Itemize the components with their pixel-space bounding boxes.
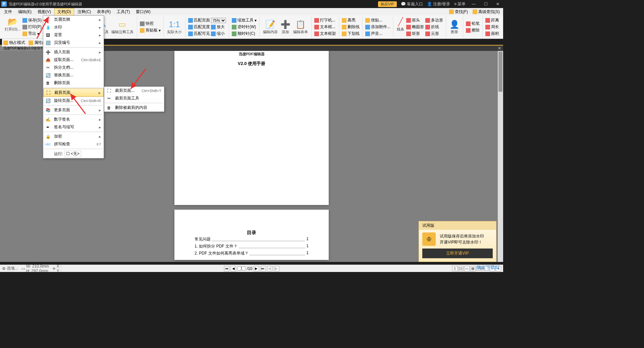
adv-find-icon — [473, 9, 477, 14]
menu-delete-page[interactable]: 🗑删除页面 — [43, 79, 104, 87]
menu-sign-initial[interactable]: ✒签名与缩写▸ — [43, 123, 104, 131]
polygon-button[interactable]: 多边形 — [425, 17, 444, 23]
menu-more-pages[interactable]: 📚更多页面▸ — [43, 106, 104, 114]
zoom-tool-button[interactable]: 缩放工具▾ — [231, 17, 257, 23]
area-button[interactable]: 面积 — [485, 30, 500, 37]
menu-extract-page[interactable]: 📤提取页面...Ctrl+Shift+E — [43, 56, 104, 64]
login-link[interactable]: 👤注册/登录 — [427, 1, 450, 7]
typewriter-button[interactable]: 打字机... — [314, 17, 337, 23]
zoom-select[interactable]: 75% — [211, 18, 226, 23]
menu-link[interactable]: ≡菜单 — [454, 1, 466, 7]
next-page-button[interactable]: ▶ — [254, 266, 259, 271]
ellipse-button[interactable]: 椭圆形 — [406, 24, 425, 30]
menu-tools[interactable]: 工具(T) — [114, 8, 132, 15]
standalone-icon — [3, 41, 8, 45]
menu-split[interactable]: ✂拆分文档... — [43, 64, 104, 71]
annotate-tool-button[interactable]: ▭编辑注释工具 — [110, 20, 135, 34]
lines-button[interactable]: ╱线条 — [395, 17, 406, 37]
menu-encrypt[interactable]: 🔒加密▸ — [43, 133, 104, 140]
maximize-button[interactable]: ☐ — [482, 2, 490, 6]
status-bar: ⚙选项... ▭W: 210.0mmH: 297.0mm ✛X :Y : ⏮ ◀… — [0, 265, 503, 272]
fit-page-button[interactable]: 匹配页面75% — [187, 17, 227, 23]
fit-visible-button[interactable]: 匹配可见 缩小 — [187, 30, 227, 37]
snapshot-button[interactable]: 快照 — [139, 20, 161, 27]
textframe-button[interactable]: 文本框架 — [314, 30, 337, 37]
layout-cont-button[interactable]: ▯▯ — [458, 266, 464, 271]
rotate-ccw-button[interactable]: 顺时针(C) — [231, 30, 257, 37]
edit-form-button[interactable]: 📋编辑表单 — [292, 20, 309, 34]
submenu-crop-page[interactable]: ⛶裁剪页面...Ctrl+Shift+T — [104, 87, 164, 94]
support-link[interactable]: 💬客服入口 — [401, 1, 423, 7]
polyline-button[interactable]: 折线 — [425, 24, 444, 30]
open-button[interactable]: 📂打开(O)... — [3, 17, 22, 37]
stamp-button[interactable]: 👤图章 — [448, 20, 461, 34]
minimize-button[interactable]: — — [470, 2, 478, 6]
strikeout-button[interactable]: 删除线 — [341, 24, 360, 30]
add-button[interactable]: ➕添加 — [279, 20, 292, 34]
tab-close-button[interactable]: ✕ — [496, 46, 503, 51]
options-button[interactable]: ⚙选项... — [2, 266, 18, 271]
clipboard-button[interactable]: 剪贴板▾ — [139, 27, 161, 33]
menu-spellcheck[interactable]: ABC拼写检查F7 — [43, 140, 104, 148]
menu-digital-sign[interactable]: ✍数字签名▸ — [43, 116, 104, 123]
menu-rotate-page[interactable]: 🔃旋转页面...Ctrl+Shift+R — [43, 97, 104, 105]
cloud-button[interactable]: 云形 — [425, 30, 444, 37]
layout-single-button[interactable]: ▯ — [452, 266, 458, 271]
perimeter-button[interactable]: 周长 — [485, 24, 500, 30]
menu-edit[interactable]: 编辑(E) — [15, 8, 34, 15]
menu-replace-page[interactable]: 🔄替换页面... — [43, 71, 104, 79]
open-vip-button[interactable]: 立即开通VIP — [422, 249, 493, 258]
sticky-button[interactable]: 便贴... — [365, 17, 391, 23]
rotate-cw-button[interactable]: 逆时针(W) — [231, 24, 257, 30]
textbox-button[interactable]: 文本框... — [314, 24, 337, 30]
arrow-icon — [406, 18, 411, 23]
buy-vip-button[interactable]: 购买VIP — [378, 1, 397, 7]
menu-header-footer[interactable]: 📄页眉页脚▸ — [43, 16, 104, 23]
menu-insert-page[interactable]: ➕插入页面▸ — [43, 48, 104, 56]
scrollbar-thumb[interactable] — [498, 52, 502, 92]
edit-content-button[interactable]: 📝编辑内容 — [262, 20, 279, 34]
pencil-button[interactable]: 铅笔 — [465, 20, 480, 27]
menu-document[interactable]: 文档(D) — [54, 8, 74, 16]
menu-comment[interactable]: 注释(C) — [75, 8, 94, 15]
vertical-scrollbar[interactable] — [498, 51, 503, 262]
prev-page-button[interactable]: ◀ — [231, 266, 236, 271]
menu-view[interactable]: 视图(V) — [35, 8, 54, 15]
find-button[interactable]: 查找(F) — [447, 8, 470, 15]
page-input[interactable] — [237, 266, 246, 271]
adv-find-button[interactable]: 高级查找(S) — [471, 8, 502, 15]
menu-bates[interactable]: 🔢贝茨编号▸ — [43, 39, 104, 47]
ellipse-icon — [406, 25, 411, 29]
distance-button[interactable]: 距离 — [485, 17, 500, 23]
submenu-crop-tool[interactable]: ✂裁剪页面工具 — [104, 94, 164, 102]
cursor-pos: ✛X :Y : — [52, 264, 62, 272]
last-page-button[interactable]: ⏭ — [260, 266, 266, 271]
nav-fwd-button[interactable]: ▷ — [274, 266, 279, 271]
attach-button[interactable]: 添加附件... — [365, 24, 391, 30]
rect-button[interactable]: 矩形 — [406, 30, 425, 37]
toc-heading: 目录 — [174, 210, 329, 236]
menu-run[interactable]: 运行: ☐ <无> — [43, 150, 104, 158]
actual-size-button[interactable]: 1:1实际大小 — [166, 20, 183, 34]
first-page-button[interactable]: ⏮ — [224, 266, 229, 271]
arrow-shape-button[interactable]: 箭头 — [406, 17, 425, 23]
nav-back-button[interactable]: ◁ — [267, 266, 272, 271]
menu-file[interactable]: 文件 — [1, 8, 15, 15]
menu-crop-page[interactable]: ⛶裁剪页面▸ — [43, 88, 104, 97]
rotate-ccw-icon — [232, 31, 236, 36]
textbox-icon — [314, 25, 319, 29]
eraser-button[interactable]: 擦除 — [465, 27, 480, 33]
fit-width-button[interactable]: 匹配宽度 放大 — [187, 24, 227, 30]
layout-cont-facing-button[interactable]: ▤ — [470, 266, 476, 271]
layout-facing-button[interactable]: ▭ — [464, 266, 470, 271]
underline-button[interactable]: 下划线 — [341, 30, 360, 37]
standalone-button[interactable]: 独占模式 — [3, 40, 26, 46]
close-button[interactable]: ✕ — [494, 2, 502, 6]
sound-button[interactable]: 声音... — [365, 30, 391, 37]
menu-background[interactable]: 🖼背景▸ — [43, 31, 104, 39]
menu-window[interactable]: 窗口(W) — [133, 8, 153, 15]
highlight-button[interactable]: 高亮 — [341, 17, 360, 23]
menu-form[interactable]: 表单(R) — [94, 8, 113, 15]
submenu-delete-crop[interactable]: 🗑删除被裁剪的内容 — [104, 104, 164, 112]
menu-watermark[interactable]: 💧水印▸ — [43, 23, 104, 31]
